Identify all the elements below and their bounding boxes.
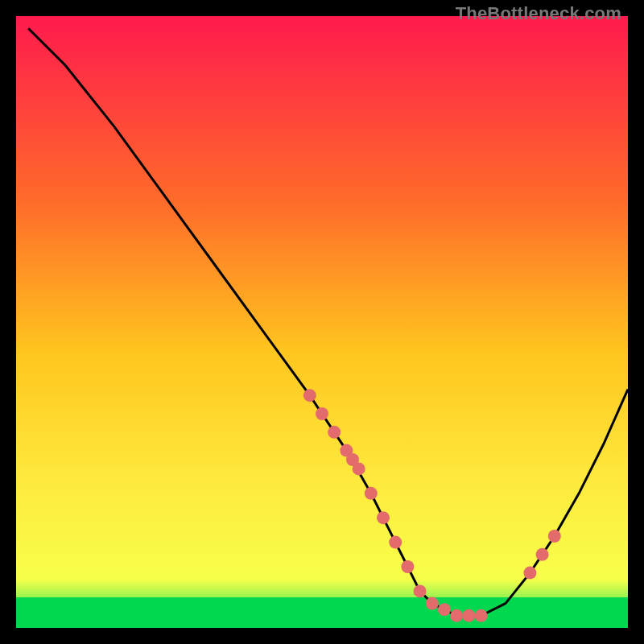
green-band [16,597,628,628]
data-point [450,609,463,622]
data-point [426,597,439,610]
data-point [353,462,365,475]
data-point [548,530,561,543]
data-point [316,407,328,420]
data-point [523,567,536,580]
data-point [536,548,549,561]
data-point [328,426,341,439]
data-point [401,560,414,573]
data-point [389,536,402,549]
data-point [365,487,378,500]
data-point [303,389,316,402]
data-point [414,584,427,597]
data-point [475,609,488,622]
watermark-label: TheBottleneck.com [456,3,621,24]
data-point [438,603,451,616]
gradient-background [16,16,628,628]
data-point [377,511,390,524]
data-point [462,609,475,622]
bottleneck-chart [16,16,628,628]
